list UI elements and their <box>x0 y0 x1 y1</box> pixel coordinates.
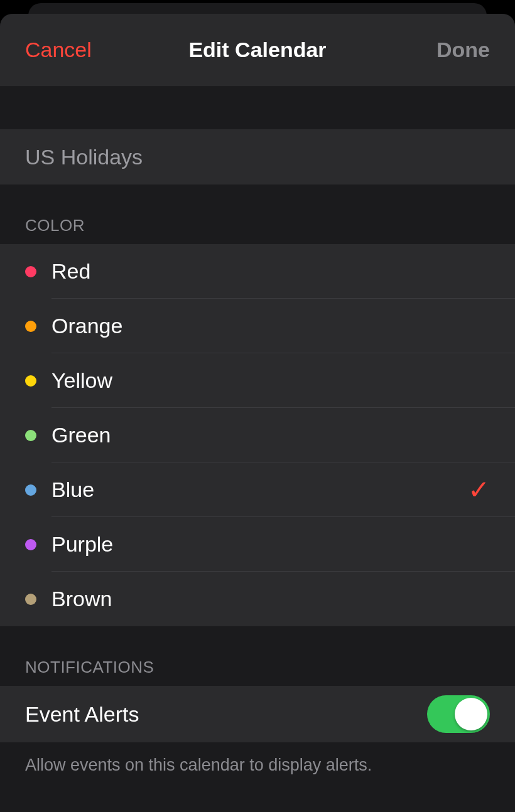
color-label: Blue <box>52 478 468 502</box>
notifications-footer: Allow events on this calendar to display… <box>0 742 515 777</box>
color-label: Red <box>52 259 515 284</box>
color-dot-icon <box>25 539 36 550</box>
notifications-list: Event Alerts <box>0 686 515 742</box>
color-label: Orange <box>52 314 515 338</box>
color-row-green[interactable]: Green <box>0 408 515 462</box>
toggle-knob <box>455 698 487 730</box>
color-dot-icon <box>25 375 36 387</box>
color-dot-icon <box>25 266 36 277</box>
edit-calendar-sheet: Cancel Edit Calendar Done US Holidays CO… <box>0 14 515 812</box>
color-list: RedOrangeYellowGreenBlue✓PurpleBrown <box>0 244 515 626</box>
color-section-header: COLOR <box>0 184 515 244</box>
color-row-purple[interactable]: Purple <box>0 517 515 572</box>
content-scroll[interactable]: US Holidays COLOR RedOrangeYellowGreenBl… <box>0 87 515 777</box>
color-row-orange[interactable]: Orange <box>0 299 515 353</box>
checkmark-icon: ✓ <box>468 474 490 505</box>
event-alerts-row: Event Alerts <box>0 686 515 742</box>
notifications-section-header: NOTIFICATIONS <box>0 626 515 686</box>
color-row-red[interactable]: Red <box>0 244 515 299</box>
spacer <box>0 87 515 129</box>
color-label: Purple <box>52 532 515 557</box>
color-row-yellow[interactable]: Yellow <box>0 353 515 408</box>
navbar: Cancel Edit Calendar Done <box>0 14 515 87</box>
event-alerts-label: Event Alerts <box>25 702 139 727</box>
color-row-blue[interactable]: Blue✓ <box>0 462 515 517</box>
page-title: Edit Calendar <box>188 38 326 62</box>
color-dot-icon <box>25 594 36 605</box>
event-alerts-toggle[interactable] <box>427 695 490 733</box>
color-label: Brown <box>52 587 515 611</box>
calendar-name-row[interactable]: US Holidays <box>0 129 515 184</box>
color-dot-icon <box>25 430 36 441</box>
done-button[interactable]: Done <box>436 38 490 62</box>
color-row-brown[interactable]: Brown <box>0 572 515 626</box>
color-dot-icon <box>25 321 36 332</box>
color-dot-icon <box>25 484 36 496</box>
color-label: Yellow <box>52 368 515 393</box>
cancel-button[interactable]: Cancel <box>25 38 92 62</box>
calendar-name-value: US Holidays <box>25 145 143 169</box>
color-label: Green <box>52 423 515 447</box>
